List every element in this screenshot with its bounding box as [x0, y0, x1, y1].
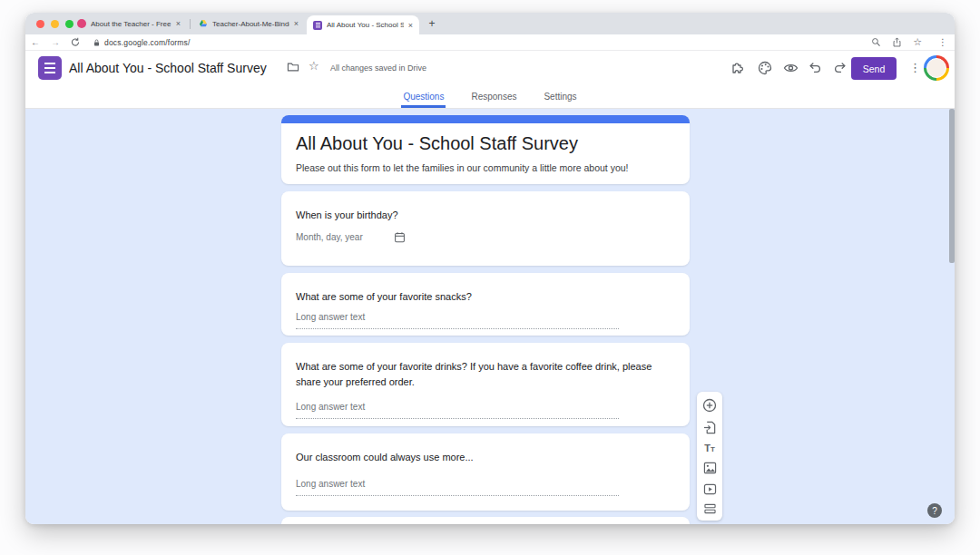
customize-theme-palette-icon[interactable]	[758, 61, 772, 75]
save-status: All changes saved in Drive	[330, 63, 426, 73]
form-title[interactable]: All About You - School Staff Survey	[296, 133, 578, 154]
scrollbar-thumb[interactable]	[949, 109, 955, 263]
undo-icon[interactable]	[808, 61, 822, 74]
question-card-1[interactable]: When is your birthday? Month, day, year	[281, 191, 690, 266]
tab-title: All About You - School Staff S	[327, 21, 404, 29]
tab-settings[interactable]: Settings	[542, 85, 578, 108]
question-text[interactable]: What are some of your favorite snacks?	[296, 289, 677, 305]
question-text[interactable]: What are some of your favorite drinks? I…	[296, 359, 677, 390]
form-editor-canvas: All About You - School Staff Survey Plea…	[25, 109, 955, 524]
import-questions-icon[interactable]	[703, 421, 717, 434]
question-card-partial[interactable]	[281, 517, 690, 524]
add-ons-puzzle-icon[interactable]	[730, 61, 745, 75]
date-answer-hint: Month, day, year	[296, 232, 363, 242]
close-window-button[interactable]	[36, 20, 44, 28]
tab-title: Teacher-About-Me-Binder-fre	[212, 20, 289, 28]
forms-more-menu-icon[interactable]: ⋮	[909, 61, 921, 74]
google-drive-icon	[199, 19, 208, 28]
browser-tab-2[interactable]: Teacher-About-Me-Binder-fre ×	[192, 13, 305, 34]
add-image-icon[interactable]	[703, 462, 717, 474]
share-icon[interactable]	[892, 37, 902, 47]
close-tab-icon[interactable]: ×	[408, 21, 413, 30]
browser-tab-strip: About the Teacher - Free Prin × Teacher-…	[25, 13, 955, 34]
question-toolbar: TT	[697, 392, 722, 521]
add-section-icon[interactable]	[703, 503, 717, 514]
preview-eye-icon[interactable]	[783, 61, 799, 75]
question-card-4[interactable]: Our classroom could always use more... L…	[281, 433, 690, 511]
forms-header: All About You - School Staff Survey ☆ Al…	[25, 51, 955, 85]
add-video-icon[interactable]	[703, 483, 717, 495]
lock-icon[interactable]	[93, 38, 101, 47]
question-text[interactable]: When is your birthday?	[296, 208, 677, 223]
star-document-icon[interactable]: ☆	[309, 59, 319, 73]
question-card-2[interactable]: What are some of your favorite snacks? L…	[281, 273, 690, 336]
google-forms-logo[interactable]	[38, 56, 62, 80]
google-forms-icon	[313, 21, 322, 30]
avatar-photo	[926, 58, 946, 78]
close-tab-icon[interactable]: ×	[176, 19, 181, 28]
browser-tab-3-active[interactable]: All About You - School Staff S ×	[307, 15, 419, 34]
tab-separator	[190, 19, 191, 29]
add-title-description-icon[interactable]: TT	[704, 443, 715, 453]
url-text[interactable]: docs.google.com/forms/	[104, 38, 191, 47]
tab-questions[interactable]: Questions	[401, 85, 446, 108]
redo-icon[interactable]	[833, 61, 847, 74]
window-controls	[36, 20, 74, 28]
long-answer-hint: Long answer text	[296, 312, 365, 322]
browser-menu-icon[interactable]: ⋮	[938, 37, 947, 47]
zoom-search-icon[interactable]	[871, 37, 881, 47]
form-description[interactable]: Please out this form to let the families…	[296, 162, 629, 173]
close-tab-icon[interactable]: ×	[294, 19, 299, 28]
help-button[interactable]: ?	[927, 503, 942, 518]
reload-icon[interactable]	[65, 37, 85, 47]
forward-icon[interactable]: →	[45, 37, 65, 47]
site-favicon	[77, 19, 86, 28]
question-text[interactable]: Our classroom could always use more...	[296, 450, 677, 465]
tab-title: About the Teacher - Free Prin	[91, 20, 172, 28]
tab-responses[interactable]: Responses	[469, 85, 518, 108]
browser-toolbar: ← → docs.google.com/forms/ ☆ ⋮	[25, 34, 955, 51]
form-title-card[interactable]: All About You - School Staff Survey Plea…	[281, 115, 690, 184]
account-avatar[interactable]	[924, 55, 949, 81]
browser-window: About the Teacher - Free Prin × Teacher-…	[25, 13, 955, 524]
bookmark-star-icon[interactable]: ☆	[913, 36, 922, 48]
theme-color-bar	[281, 115, 690, 123]
back-icon[interactable]: ←	[25, 37, 45, 47]
question-card-3[interactable]: What are some of your favorite drinks? I…	[281, 343, 690, 426]
document-title[interactable]: All About You - School Staff Survey	[69, 61, 267, 75]
move-folder-icon[interactable]	[287, 62, 299, 73]
new-tab-button[interactable]: +	[425, 16, 439, 31]
minimize-window-button[interactable]	[51, 20, 59, 28]
browser-tab-1[interactable]: About the Teacher - Free Prin ×	[71, 13, 187, 34]
calendar-icon	[394, 231, 406, 243]
long-answer-hint: Long answer text	[296, 479, 365, 489]
send-button[interactable]: Send	[851, 57, 897, 80]
long-answer-hint: Long answer text	[296, 402, 365, 412]
add-question-icon[interactable]	[702, 398, 717, 413]
form-nav-tabs: Questions Responses Settings	[25, 85, 955, 109]
url-action-icons: ☆	[871, 36, 922, 48]
